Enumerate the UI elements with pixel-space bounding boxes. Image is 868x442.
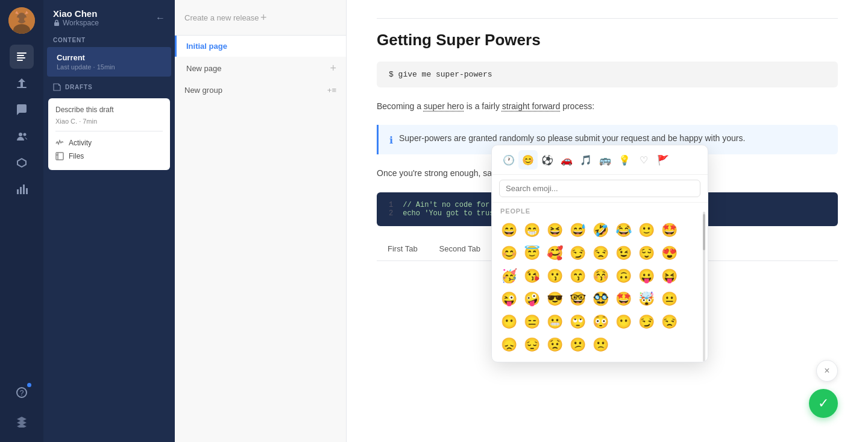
emoji-tab-activities[interactable]: ⚽	[538, 150, 557, 169]
emoji-😅[interactable]: 😅	[567, 219, 588, 241]
current-nav-item[interactable]: Current Last update · 15min	[47, 47, 171, 77]
emoji-😁[interactable]: 😁	[521, 219, 542, 241]
emoji-😎-1[interactable]: 😎	[544, 288, 565, 310]
draft-files-item[interactable]: Files	[55, 150, 163, 163]
emoji-😒[interactable]: 😒	[590, 242, 611, 264]
files-icon	[55, 152, 64, 160]
emoji-🥰[interactable]: 🥰	[544, 242, 565, 264]
emoji-😝[interactable]: 😝	[658, 265, 680, 287]
page-item-new[interactable]: New page +	[175, 57, 346, 80]
emoji-😍[interactable]: 😍	[658, 242, 680, 264]
emoji-tab-transport[interactable]: 🚌	[596, 150, 615, 169]
emoji-😆[interactable]: 😆	[544, 219, 565, 241]
emoji-grid: 😄 😁 😆 😅 🤣 😂 🙂 🤩 😊 😇 🥰 😏 😒 😉 😌 😍 🥳 😘	[492, 217, 708, 362]
emoji-😉[interactable]: 😉	[612, 242, 634, 264]
sidebar-icon-box[interactable]	[10, 151, 34, 175]
sidebar-icon-users[interactable]	[10, 124, 34, 148]
emoji-🤩-2[interactable]: 🥳	[498, 265, 520, 287]
emoji-😐[interactable]: 😐	[658, 288, 680, 310]
emoji-😶[interactable]: 😶	[498, 311, 520, 333]
close-float-button[interactable]: ×	[816, 360, 838, 382]
emoji-😏[interactable]: 😏	[567, 242, 588, 264]
page-title: Getting Super Powers	[377, 31, 838, 49]
emoji-😄[interactable]: 😄	[498, 219, 520, 241]
sidebar-icon-upload[interactable]	[10, 71, 34, 95]
emoji-😘[interactable]: 😘	[521, 265, 542, 287]
main-content: Getting Super Powers $ give me super-pow…	[347, 0, 868, 442]
emoji-😒-2[interactable]: 😒	[658, 311, 680, 333]
emoji-🤩-1[interactable]: 🤩	[658, 219, 680, 241]
emoji-😔[interactable]: 😔	[521, 334, 542, 356]
user-info: Xiao Chen Workspace	[53, 8, 99, 27]
emoji-🤪[interactable]: 🤪	[521, 288, 542, 310]
emoji-😑[interactable]: 😑	[521, 311, 542, 333]
line-code-1: // Ain't no code for t	[403, 201, 498, 209]
tab-second[interactable]: Second Tab	[429, 238, 491, 260]
emoji-😜[interactable]: 😜	[498, 288, 520, 310]
emoji-🤣[interactable]: 🤣	[590, 219, 611, 241]
emoji-🙄[interactable]: 🙄	[567, 311, 588, 333]
create-release-row[interactable]: Create a new release +	[184, 7, 336, 28]
emoji-😳[interactable]: 😳	[590, 311, 611, 333]
new-group-add-button[interactable]: +≡	[327, 86, 336, 95]
emoji-😚[interactable]: 😚	[590, 265, 611, 287]
emoji-😟[interactable]: 😟	[544, 334, 565, 356]
sidebar-icon-chart[interactable]	[10, 177, 34, 201]
emoji-😙[interactable]: 😙	[567, 265, 588, 287]
sidebar-icon-layers[interactable]	[10, 409, 34, 434]
emoji-😕[interactable]: 😕	[567, 334, 588, 356]
page-item-label: New page	[186, 64, 222, 73]
emoji-scrollbar-thumb	[703, 214, 705, 250]
user-avatar[interactable]	[8, 7, 35, 34]
emoji-😊[interactable]: 😊	[498, 242, 520, 264]
emoji-🤩-3[interactable]: 🤩	[612, 288, 634, 310]
current-nav-title: Current	[57, 53, 162, 62]
drafts-icon	[53, 83, 61, 91]
emoji-😂[interactable]: 😂	[612, 219, 634, 241]
emoji-😛[interactable]: 😛	[635, 265, 657, 287]
emoji-😗[interactable]: 😗	[544, 265, 565, 287]
sidebar-icon-help[interactable]: ?	[10, 380, 34, 405]
emoji-😌[interactable]: 😌	[635, 242, 657, 264]
emoji-🙂[interactable]: 🙂	[635, 219, 657, 241]
emoji-tab-symbols[interactable]: ♡	[634, 150, 653, 169]
sidebar-icon-chat[interactable]	[10, 98, 34, 122]
emoji-tab-vehicles[interactable]: 🚗	[557, 150, 576, 169]
emoji-🙃[interactable]: 🙃	[612, 265, 634, 287]
emoji-😏-2[interactable]: 😏	[635, 311, 657, 333]
emoji-tab-recent[interactable]: 🕐	[499, 150, 518, 169]
emoji-tab-flags[interactable]: 🚩	[653, 150, 673, 169]
emoji-😬[interactable]: 😬	[544, 311, 565, 333]
sidebar-icon-text[interactable]	[10, 45, 34, 69]
tab-first[interactable]: First Tab	[377, 238, 429, 260]
confirm-float-button[interactable]: ✓	[809, 389, 838, 418]
new-group-row[interactable]: New group +≡	[175, 80, 346, 101]
svg-point-15	[24, 133, 27, 136]
page-item-initial[interactable]: Initial page	[175, 36, 346, 57]
create-release-add-button[interactable]: +	[260, 12, 336, 23]
new-page-add-button[interactable]: +	[330, 63, 336, 74]
svg-rect-11	[17, 57, 25, 58]
emoji-😎-2[interactable]: 🥸	[590, 288, 611, 310]
emoji-search-input[interactable]	[499, 180, 700, 197]
draft-activity-item[interactable]: Activity	[55, 136, 163, 150]
emoji-tab-objects[interactable]: 💡	[615, 150, 634, 169]
emoji-😇[interactable]: 😇	[521, 242, 542, 264]
svg-rect-9	[17, 52, 27, 54]
svg-rect-12	[17, 60, 23, 61]
left-sidebar: ?	[0, 0, 43, 442]
new-group-label: New group	[184, 86, 222, 95]
svg-rect-16	[17, 189, 19, 194]
current-nav-subtitle: Last update · 15min	[57, 63, 162, 71]
emoji-🥳[interactable]: 🤯	[635, 288, 657, 310]
emoji-🙁[interactable]: 🙁	[590, 334, 611, 356]
emoji-😞[interactable]: 😞	[498, 334, 520, 356]
content-panel-header: Xiao Chen Workspace ←	[43, 0, 175, 31]
emoji-🤓[interactable]: 🤓	[567, 288, 588, 310]
inline-code-block: $ give me super-powers	[377, 62, 838, 87]
back-arrow-button[interactable]: ←	[156, 13, 165, 24]
emoji-tab-music[interactable]: 🎵	[576, 150, 596, 169]
emoji-scrollbar[interactable]	[703, 212, 705, 362]
emoji-tab-people[interactable]: 😊	[518, 150, 538, 169]
emoji-😶-2[interactable]: 😶	[612, 311, 634, 333]
